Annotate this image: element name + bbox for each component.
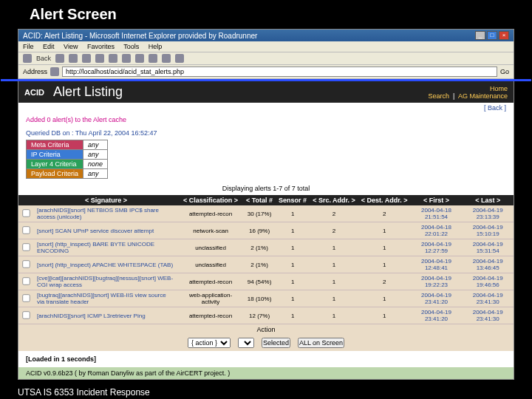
cell-src[interactable]: 2: [310, 222, 358, 239]
acid-footer: ACID v0.9.6b23 ( by Roman Danyliw as par…: [18, 367, 514, 379]
cell-src[interactable]: 1: [310, 239, 358, 256]
cell-last: 2004-04-19 15:10:19: [462, 222, 514, 239]
acid-header: ACID Alert Listing Home Search | AG Main…: [18, 81, 514, 103]
cell-src[interactable]: 1: [310, 307, 358, 324]
menu-view[interactable]: View: [64, 43, 78, 50]
back-link[interactable]: [ Back ]: [18, 103, 514, 113]
action-select[interactable]: { action }: [188, 338, 231, 348]
nav-home[interactable]: Home: [490, 85, 508, 92]
forward-icon[interactable]: [55, 54, 64, 63]
cell-signature[interactable]: [snort] SCAN UPnP service discover attem…: [34, 222, 178, 239]
row-checkbox[interactable]: [22, 209, 30, 216]
menu-edit[interactable]: Edit: [43, 43, 55, 50]
cell-dst[interactable]: 2: [358, 205, 411, 222]
row-checkbox[interactable]: [22, 226, 30, 233]
minimize-button[interactable]: _: [475, 31, 485, 40]
table-row: [bugtraq][arachNIDS][snort] WEB-IIS view…: [18, 290, 514, 307]
window-titlebar: ACID: Alert Listing - Microsoft Internet…: [18, 30, 514, 41]
criteria-section: Queried DB on : Thu April 22, 2004 16:52…: [18, 126, 514, 182]
cell-sensor: 1: [276, 307, 310, 324]
cell-last: 2004-04-19 13:46:45: [462, 256, 514, 273]
cell-dst[interactable]: 1: [358, 222, 411, 239]
row-checkbox[interactable]: [22, 243, 30, 250]
action-arg-select[interactable]: [238, 338, 254, 348]
cell-src[interactable]: 1: [310, 273, 358, 290]
page-title: Alert Listing: [53, 84, 123, 100]
cell-dst[interactable]: 1: [358, 239, 411, 256]
cell-src[interactable]: 1: [310, 256, 358, 273]
criteria-table: Meta CriteriaanyIP CriteriaanyLayer 4 Cr…: [26, 140, 108, 179]
cell-signature[interactable]: [snort] (http_inspect) BARE BYTE UNICODE…: [34, 239, 178, 256]
cell-signature[interactable]: [bugtraq][arachNIDS][snort] WEB-IIS view…: [34, 290, 178, 307]
cell-total: 12 (7%): [243, 307, 276, 324]
col-signature[interactable]: < Signature >: [34, 195, 178, 205]
loaded-text: [Loaded in 1 seconds]: [18, 351, 514, 367]
cell-total: 2 (1%): [243, 256, 276, 273]
cell-total: 16 (9%): [243, 222, 276, 239]
row-checkbox[interactable]: [22, 277, 30, 284]
cell-src[interactable]: 2: [310, 205, 358, 222]
displaying-text: Displaying alerts 1-7 of 7 total: [18, 182, 514, 195]
menu-favorites[interactable]: Favorites: [87, 43, 115, 50]
go-button[interactable]: Go: [500, 68, 509, 75]
col-classification[interactable]: < Classification >: [178, 195, 243, 205]
home-icon[interactable]: [95, 54, 104, 63]
col-dst[interactable]: < Dest. Addr. >: [358, 195, 411, 205]
all-on-screen-button[interactable]: ALL on Screen: [298, 338, 344, 348]
row-checkbox[interactable]: [22, 294, 30, 301]
print-icon[interactable]: [175, 54, 184, 63]
cell-first: 2004-04-18 21:51:54: [411, 205, 463, 222]
col-first[interactable]: < First >: [411, 195, 463, 205]
col-last[interactable]: < Last >: [462, 195, 514, 205]
table-row: [cve][icat][arachNIDS][bugtraq][nessus][…: [18, 273, 514, 290]
selected-button[interactable]: Selected: [262, 338, 290, 348]
nav-search[interactable]: Search: [429, 92, 450, 100]
criteria-key: Layer 4 Criteria: [27, 160, 83, 169]
cell-signature[interactable]: [snort] (http_inspect) APACHE WHITESPACE…: [34, 256, 178, 273]
action-row: { action } Selected ALL on Screen: [18, 335, 514, 351]
menu-help[interactable]: Help: [149, 43, 163, 50]
col-total[interactable]: < Total #: [243, 195, 276, 205]
nav-maintenance[interactable]: AG Maintenance: [458, 92, 508, 100]
back-button[interactable]: Back: [36, 55, 51, 62]
back-icon[interactable]: [23, 54, 32, 63]
cell-last: 2004-04-19 15:31:54: [462, 239, 514, 256]
cell-classification: unclassified: [178, 256, 243, 273]
table-row: [snort] SCAN UPnP service discover attem…: [18, 222, 514, 239]
cell-classification: attempted-recon: [178, 307, 243, 324]
address-bar: Address Go: [18, 65, 514, 79]
favorites-icon[interactable]: [122, 54, 131, 63]
row-checkbox[interactable]: [22, 311, 30, 318]
cell-first: 2004-04-19 12:27:59: [411, 239, 463, 256]
cell-dst[interactable]: 1: [358, 256, 411, 273]
menu-tools[interactable]: Tools: [123, 43, 139, 50]
maximize-button[interactable]: □: [487, 31, 497, 40]
cell-src[interactable]: 1: [310, 290, 358, 307]
cell-dst[interactable]: 2: [358, 273, 411, 290]
history-icon[interactable]: [149, 54, 157, 63]
refresh-icon[interactable]: [82, 54, 91, 63]
cell-signature[interactable]: [arachNIDS][snort] NETBIOS SMB IPC$ shar…: [34, 205, 178, 222]
browser-window: ACID: Alert Listing - Microsoft Internet…: [18, 29, 514, 380]
cell-signature[interactable]: [arachNIDS][snort] ICMP L3retriever Ping: [34, 307, 178, 324]
media-icon[interactable]: [135, 54, 144, 63]
cell-total: 2 (1%): [243, 239, 276, 256]
cell-dst[interactable]: 1: [358, 307, 411, 324]
menu-file[interactable]: File: [23, 43, 34, 50]
stop-icon[interactable]: [69, 54, 78, 63]
close-button[interactable]: ×: [499, 31, 509, 40]
cell-dst[interactable]: 1: [358, 290, 411, 307]
col-sensor[interactable]: Sensor #: [276, 195, 310, 205]
cell-sensor: 1: [276, 290, 310, 307]
address-input[interactable]: [62, 66, 497, 77]
cell-signature[interactable]: [cve][icat][arachNIDS][bugtraq][nessus][…: [34, 273, 178, 290]
slide-footer: UTSA IS 6353 Incident Response: [0, 380, 532, 399]
cell-classification: network-scan: [178, 222, 243, 239]
search-icon[interactable]: [109, 54, 117, 63]
cell-classification: attempted-recon: [178, 205, 243, 222]
cell-first: 2004-04-19 12:48:41: [411, 256, 463, 273]
page-content: ACID Alert Listing Home Search | AG Main…: [18, 81, 514, 379]
row-checkbox[interactable]: [22, 260, 30, 267]
col-src[interactable]: < Src. Addr. >: [310, 195, 358, 205]
mail-icon[interactable]: [162, 54, 171, 63]
